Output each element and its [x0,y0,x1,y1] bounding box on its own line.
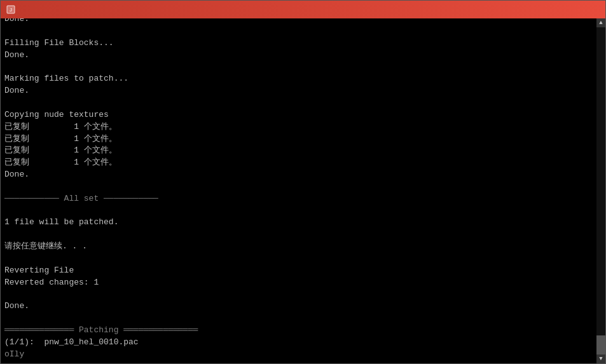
maximize-button[interactable] [541,1,570,18]
console-line: ─────────── All set ─────────── [4,193,593,205]
console-line: Filling File Blocks... [4,37,593,50]
console-line [4,25,593,37]
console-line: ══════════════ Patching ═══════════════ [4,325,593,337]
console-line: 已复制 1 个文件。 [4,145,593,157]
console-line: 已复制 1 个文件。 [4,133,593,145]
console-area: 7 - Stockings : Remove All8 - Weapons : … [1,18,605,363]
console-line: oIly [4,349,593,361]
main-window: J 7 - Stockings : Remove All8 - Weapons … [0,0,606,364]
console-line: (1/1): pnw_10_hel_0010.pac [4,337,593,349]
console-line [4,62,593,74]
titlebar: J [1,1,605,18]
console-line [4,181,593,193]
console-line: Done. [4,169,593,181]
console-line [4,313,593,325]
console-line [4,289,593,301]
svg-text:J: J [10,7,12,13]
scrollbar-thumb-area [596,27,605,354]
console-line: Reverting File [4,265,593,277]
console-line [4,205,593,217]
scrollbar-thumb[interactable] [596,335,605,354]
console-line: Done. [4,85,593,97]
console-line: Done. [4,300,593,313]
console-line [4,97,593,109]
scroll-down-button[interactable]: ▼ [596,354,605,363]
console-line: 已复制 1 个文件。 [4,121,593,133]
console-line: Reverted changes: 1 [4,277,593,289]
console-line [4,229,593,241]
console-line: 请按任意键继续. . . [4,241,593,253]
console-line: Copying nude textures [4,109,593,121]
console-line: Marking files to patch... [4,73,593,85]
console-line: Done. [4,18,593,25]
console-output[interactable]: 7 - Stockings : Remove All8 - Weapons : … [1,18,596,363]
console-line [4,253,593,265]
app-icon: J [6,4,16,15]
scroll-up-button[interactable]: ▲ [596,18,605,27]
minimize-button[interactable] [510,1,539,18]
close-button[interactable] [571,1,600,18]
console-line: 1 file will be patched. [4,217,593,229]
console-line: 已复制 1 个文件。 [4,157,593,169]
window-controls [510,1,600,18]
scrollbar-track: ▲ ▼ [596,18,605,363]
console-line: Done. [4,50,593,62]
